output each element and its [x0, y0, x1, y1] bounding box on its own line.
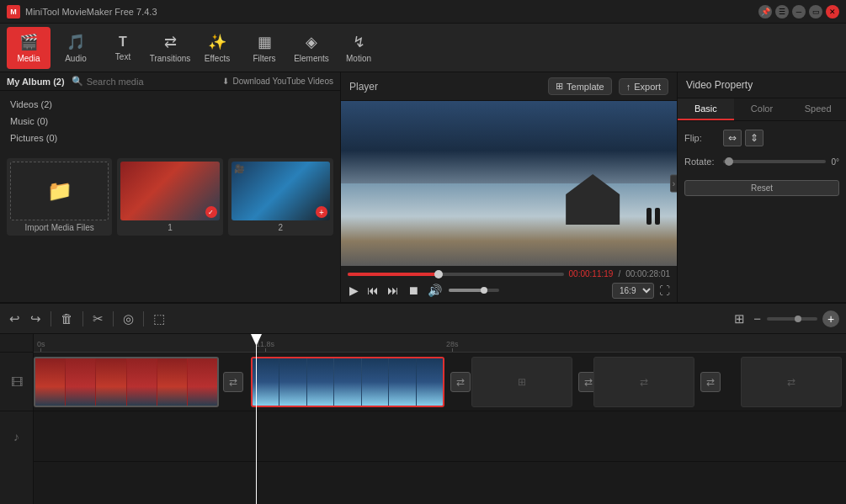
- flip-horizontal-button[interactable]: ⇔: [723, 130, 742, 146]
- toolbar-filters[interactable]: ▦ Filters: [242, 27, 286, 69]
- stop-button[interactable]: ⏹: [406, 282, 421, 299]
- reset-button[interactable]: Reset: [684, 180, 839, 196]
- redo-button[interactable]: ↪: [28, 309, 44, 329]
- beach-frame-5: [362, 358, 388, 406]
- filters-icon: ▦: [258, 33, 272, 51]
- toolbar-text[interactable]: T Text: [101, 27, 145, 69]
- tick-label-0s: 0s: [37, 340, 45, 348]
- toolbar-transitions[interactable]: ⇄ Transitions: [148, 27, 192, 69]
- effects-icon: ✨: [208, 33, 226, 51]
- audio-track: [34, 411, 846, 462]
- play-button[interactable]: ▶: [348, 282, 360, 299]
- album-label[interactable]: My Album (2): [7, 77, 65, 87]
- total-time: 00:00:28:01: [625, 269, 670, 279]
- transition-button-1[interactable]: ⇄: [223, 372, 243, 392]
- progress-bar[interactable]: [348, 273, 564, 276]
- delete-button[interactable]: 🗑: [58, 309, 76, 328]
- property-content: Flip: ⇔ ⇕ Rotate: 0° Reset: [678, 121, 846, 302]
- left-nav: Videos (2) Music (0) Pictures (0): [0, 91, 340, 151]
- ruler-tick-11s: 11.8s: [256, 340, 274, 352]
- pin-button[interactable]: 📌: [758, 5, 772, 19]
- toolbar-motion[interactable]: ↯ Motion: [337, 27, 380, 69]
- placeholder-1: ⊞: [471, 357, 572, 407]
- toolbar-elements[interactable]: ◈ Elements: [290, 27, 333, 69]
- ruler-tick-28s: 28s: [446, 340, 459, 352]
- tab-speed[interactable]: Speed: [790, 98, 846, 120]
- toolbar-separator-4: [143, 311, 144, 326]
- toolbar-media[interactable]: 🎬 Media: [7, 27, 51, 69]
- volume-thumb[interactable]: [481, 287, 487, 294]
- cut-button[interactable]: ✂: [90, 309, 106, 329]
- timeline-toolbar: ↩ ↪ 🗑 ✂ ◎ ⬚ ⊞ − +: [0, 304, 846, 334]
- timeline-ruler: 0s 11.8s 28s: [34, 334, 846, 353]
- toolbar-elements-label: Elements: [294, 54, 329, 63]
- zoom-slider[interactable]: [767, 317, 817, 321]
- film-icon: 🎞: [11, 375, 23, 389]
- placeholder-icon-2: ⇄: [640, 376, 648, 388]
- music-note-icon: ♪: [13, 430, 19, 443]
- add-track-button[interactable]: +: [822, 310, 839, 327]
- flip-row: Flip: ⇔ ⇕: [684, 130, 839, 146]
- volume-button[interactable]: 🔊: [426, 282, 444, 299]
- nav-pictures[interactable]: Pictures (0): [0, 130, 340, 146]
- rotate-value: 0°: [831, 157, 839, 167]
- vid1-label: 1: [168, 223, 173, 232]
- player-header: Player ⊞ Template ↑ Export: [341, 72, 677, 101]
- transition-button-2[interactable]: ⇄: [450, 372, 471, 392]
- minimize-button[interactable]: ─: [792, 5, 806, 19]
- timeline-tracks: 0s 11.8s 28s: [34, 334, 846, 504]
- zoom-thumb[interactable]: [795, 316, 801, 322]
- maximize-button[interactable]: ▭: [809, 5, 822, 19]
- menu-button[interactable]: ☰: [775, 5, 789, 19]
- side-arrow[interactable]: ›: [670, 175, 677, 193]
- placeholder-icon-1: ⊞: [518, 376, 526, 388]
- video-track-icon: 🎞: [0, 353, 33, 411]
- zoom-out-icon: −: [751, 309, 764, 328]
- tab-basic[interactable]: Basic: [678, 98, 734, 120]
- toolbar-audio[interactable]: 🎵 Audio: [54, 27, 98, 69]
- media-item-1[interactable]: ✓ 1: [117, 158, 222, 236]
- beach-frame-7: [417, 358, 443, 406]
- ruler-tick-0s: 0s: [37, 340, 45, 352]
- template-label: Template: [567, 82, 604, 92]
- rotate-thumb[interactable]: [725, 157, 733, 166]
- vid2-add-badge: +: [316, 206, 327, 218]
- export-button[interactable]: ↑ Export: [619, 78, 668, 95]
- tab-color[interactable]: Color: [734, 98, 790, 120]
- figure-1: [646, 208, 652, 225]
- house-clip[interactable]: [34, 357, 219, 407]
- next-frame-button[interactable]: ⏭: [386, 282, 401, 299]
- transition-button-4[interactable]: ⇄: [700, 372, 721, 392]
- template-button[interactable]: ⊞ Template: [548, 77, 612, 95]
- youtube-download-button[interactable]: ⬇ Download YouTube Videos: [222, 77, 333, 86]
- crop-button[interactable]: ⬚: [151, 309, 168, 329]
- audio-detach-button[interactable]: ◎: [120, 309, 136, 329]
- fullscreen-button[interactable]: ⛶: [659, 284, 670, 297]
- progress-thumb[interactable]: [434, 270, 443, 279]
- timeline: ↩ ↪ 🗑 ✂ ◎ ⬚ ⊞ − + 🎞 ♪: [0, 302, 846, 504]
- media-item-2[interactable]: 🎥 + 2: [228, 158, 333, 236]
- flip-vertical-button[interactable]: ⇕: [745, 130, 764, 146]
- video-area: ›: [341, 101, 677, 266]
- undo-button[interactable]: ↩: [7, 309, 23, 329]
- yt-download-label: Download YouTube Videos: [232, 77, 333, 86]
- import-label: Import Media Files: [25, 223, 94, 232]
- video-house: [559, 174, 626, 225]
- current-time: 00:00:11:19: [569, 269, 614, 279]
- film-frame-5: [157, 358, 187, 406]
- nav-videos[interactable]: Videos (2): [0, 96, 340, 113]
- toolbar-effects[interactable]: ✨ Effects: [195, 27, 239, 69]
- beach-clip[interactable]: [251, 357, 444, 407]
- aspect-ratio-select[interactable]: 16:9 9:16 4:3 1:1: [612, 283, 654, 299]
- search-input[interactable]: [87, 77, 216, 87]
- import-media-item[interactable]: 📁 Import Media Files: [7, 158, 112, 236]
- toolbar-separator-1: [51, 311, 51, 326]
- beach-frame-4: [334, 358, 360, 406]
- close-button[interactable]: ✕: [826, 5, 839, 19]
- ruler-spacer: [0, 334, 33, 353]
- nav-music[interactable]: Music (0): [0, 113, 340, 130]
- prev-frame-button[interactable]: ⏮: [365, 282, 380, 299]
- rotate-slider[interactable]: [723, 160, 826, 163]
- volume-bar[interactable]: [449, 289, 499, 292]
- text-icon: T: [119, 34, 127, 50]
